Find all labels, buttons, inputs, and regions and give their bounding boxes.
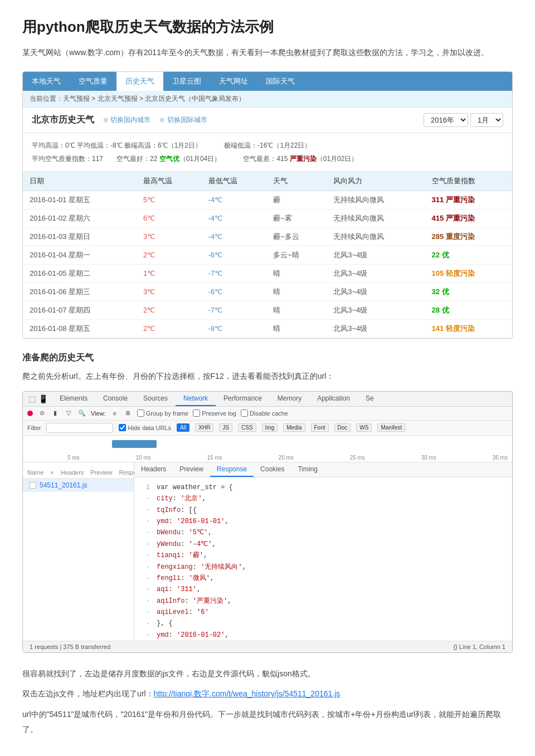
cell-aqi: 285 重度污染 xyxy=(425,227,512,246)
view-large-icon[interactable]: ≣ xyxy=(124,409,133,418)
col-aqi: 空气质量指数 xyxy=(425,172,512,191)
devtools-box: ⬚ 📱 Elements Console Sources Network Per… xyxy=(22,391,513,653)
group-by-frame-checkbox[interactable]: Group by frame xyxy=(137,409,188,417)
filter-media-btn[interactable]: Media xyxy=(283,423,305,432)
filter-xhr-btn[interactable]: XHR xyxy=(195,423,213,432)
cell-aqi: 311 严重污染 xyxy=(425,191,512,209)
table-row: 2016-01-03 星期日 3℃ -4℃ 霾~多云 无持续风向微风 285 重… xyxy=(23,227,512,246)
col-headers: Headers xyxy=(61,469,84,476)
panel-tab-headers[interactable]: Headers xyxy=(134,462,173,477)
line-num: - xyxy=(141,527,150,538)
code-line: - yWendu: '-4℃', xyxy=(141,539,505,550)
filter-css-btn[interactable]: CSS xyxy=(238,423,256,432)
code-line: - aqiLevel: '6' xyxy=(141,607,505,618)
cell-date: 2016-01-03 星期日 xyxy=(23,227,137,246)
record-icon[interactable] xyxy=(27,411,33,416)
panel-tab-response[interactable]: Response xyxy=(210,462,254,477)
cell-high: 2℃ xyxy=(137,319,202,338)
cell-high: 6℃ xyxy=(137,209,202,227)
filter-all-btn[interactable]: All xyxy=(177,423,189,432)
preserve-log-checkbox[interactable]: Preserve log xyxy=(193,409,236,417)
code-content: yWendu: '-4℃', xyxy=(157,539,216,550)
month-select[interactable]: 1月 xyxy=(470,113,503,127)
cell-date: 2016-01-08 星期五 xyxy=(23,319,137,338)
year-select[interactable]: 2016年 xyxy=(424,113,468,127)
code-line: - fengxiang: '无持续风向', xyxy=(141,562,505,573)
cell-aqi: 28 优 xyxy=(425,301,512,319)
weather-stats-row1: 平均高温：0℃ 平均低温：-8℃ 极端高温：6℃（1月2日） 极端低温：-16℃… xyxy=(32,139,503,152)
code-content: bWendu: '5℃', xyxy=(157,527,212,538)
panel-tab-cookies[interactable]: Cookies xyxy=(254,462,291,477)
weather-table-body: 2016-01-01 星期五 5℃ -4℃ 霾 无持续风向微风 311 严重污染… xyxy=(23,191,512,338)
timeline-35ms: 35 ms xyxy=(493,455,508,461)
group-by-frame-label: Group by frame xyxy=(146,410,188,417)
code-content: tqInfo: [{ xyxy=(157,505,197,516)
filter-input[interactable] xyxy=(46,423,113,433)
conclusion3: url中的"54511"是城市代码，"20161"是年份和月份代码。下一步就是找… xyxy=(22,707,513,737)
line-num: - xyxy=(141,505,150,516)
weather-header: 北京市历史天气 切换国内城市 切换国际城市 2016年 1月 xyxy=(23,108,512,133)
filter-toggle-icon[interactable]: ▽ xyxy=(64,409,73,418)
line-num: - xyxy=(141,607,150,618)
tab-elements[interactable]: Elements xyxy=(52,392,95,406)
search-icon[interactable]: 🔍 xyxy=(77,409,86,418)
cell-low: -8℃ xyxy=(202,319,267,338)
stat-worst-aqi: 空气最差：415 严重污染（01月02日） xyxy=(243,152,358,165)
tab-console[interactable]: Console xyxy=(95,392,135,406)
nav-air-quality[interactable]: 空气质量 xyxy=(70,72,116,91)
filter-doc-btn[interactable]: Doc xyxy=(334,423,351,432)
cell-weather: 晴 xyxy=(266,319,327,338)
panel-tab-timing[interactable]: Timing xyxy=(291,462,324,477)
code-line: - }, { xyxy=(141,618,505,629)
url-link[interactable]: http://tianqi.数字.com/t/wea_history/js/54… xyxy=(154,689,341,698)
device-icon[interactable]: 📱 xyxy=(38,394,47,403)
cell-low: -6℃ xyxy=(202,246,267,264)
view-list-icon[interactable]: ≡ xyxy=(110,409,119,418)
code-content: aqiInfo: '严重污染', xyxy=(157,596,231,607)
code-line: - aqiInfo: '严重污染', xyxy=(141,596,505,607)
filter-img-btn[interactable]: Img xyxy=(262,423,278,432)
switch-domestic-btn[interactable]: 切换国内城市 xyxy=(103,115,150,125)
disable-cache-checkbox[interactable]: Disable cache xyxy=(241,409,288,417)
tab-sources[interactable]: Sources xyxy=(135,392,176,406)
inspect-icon[interactable]: ⬚ xyxy=(27,394,36,403)
stop-icon[interactable]: ⊘ xyxy=(37,409,46,418)
line-num: - xyxy=(141,539,150,550)
filter-ws-btn[interactable]: WS xyxy=(356,423,372,432)
hide-data-urls-checkbox[interactable]: Hide data URLs xyxy=(119,424,171,431)
weather-stats-row2: 平均空气质量指数：117 空气最好：22 空气优（01月04日） 空气最差：41… xyxy=(32,152,503,165)
nav-weather-site[interactable]: 天气网址 xyxy=(210,72,257,91)
code-line: - city: '北京', xyxy=(141,493,505,504)
panel-tab-preview[interactable]: Preview xyxy=(173,462,210,477)
switch-intl-btn[interactable]: 切换国际城市 xyxy=(159,115,207,125)
code-line: - tqInfo: [{ xyxy=(141,505,505,516)
nav-local-weather[interactable]: 本地天气 xyxy=(23,72,70,91)
file-name: 54511_20161.js xyxy=(40,481,87,489)
devtools-file-list: Name × Headers Preview Response Cookies … xyxy=(23,462,134,641)
tab-se[interactable]: Se xyxy=(358,392,382,406)
tab-memory[interactable]: Memory xyxy=(270,392,309,406)
conclusion1: 很容易就找到了，左边是储存月度数据的js文件，右边是文件源代码，貌似json格式… xyxy=(22,666,513,681)
weather-page-title: 北京市历史天气 xyxy=(32,114,94,126)
code-content: ymd: '2016-01-02', xyxy=(157,630,229,641)
cell-date: 2016-01-07 星期四 xyxy=(23,301,137,319)
filter-js-btn[interactable]: JS xyxy=(219,423,232,432)
filter-font-btn[interactable]: Font xyxy=(311,423,329,432)
cell-low: -7℃ xyxy=(202,264,267,282)
tab-application[interactable]: Application xyxy=(309,392,358,406)
stat-avg-high: 平均高温：0℃ 平均低温：-8℃ 极端高温：6℃（1月2日） xyxy=(32,139,202,152)
nav-satellite[interactable]: 卫星云图 xyxy=(163,72,210,91)
nav-intl-weather[interactable]: 国际天气 xyxy=(257,72,304,91)
line-num: - xyxy=(141,584,150,595)
filter-manifest-btn[interactable]: Manifest xyxy=(377,423,405,432)
tab-network[interactable]: Network xyxy=(176,392,216,406)
clear-icon[interactable]: ▮ xyxy=(51,409,60,418)
tab-performance[interactable]: Performance xyxy=(216,392,270,406)
devtools-content: Name × Headers Preview Response Cookies … xyxy=(23,462,512,641)
nav-history-weather[interactable]: 历史天气 xyxy=(116,72,163,91)
line-num: - xyxy=(141,618,150,629)
cell-weather: 晴 xyxy=(266,301,327,319)
file-item-js[interactable]: 54511_20161.js xyxy=(23,479,134,492)
code-content: fengxiang: '无持续风向', xyxy=(157,562,246,573)
devtools-tabs: Elements Console Sources Network Perform… xyxy=(52,392,382,406)
